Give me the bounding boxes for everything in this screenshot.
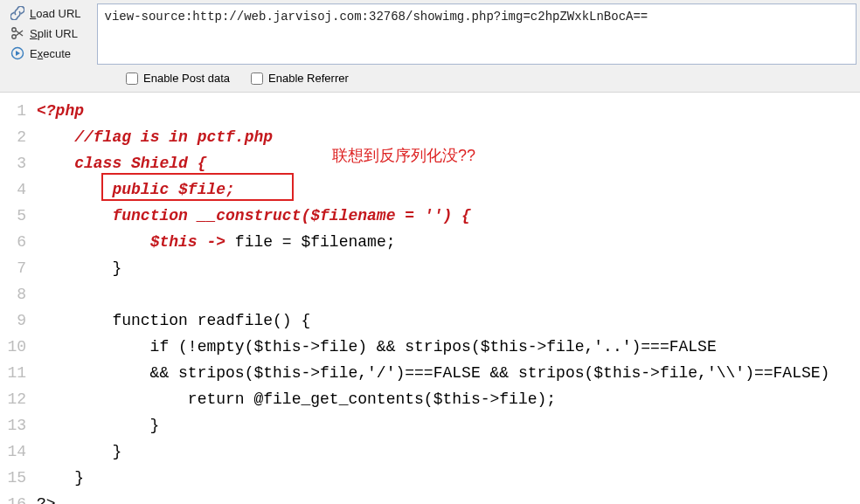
code-text[interactable]: public $file;	[37, 176, 235, 203]
referrer-checkbox-label: Enable Referrer	[268, 72, 349, 85]
line-number: 13	[0, 412, 37, 438]
line-number: 7	[0, 255, 37, 281]
post-checkbox-label: Enable Post data	[143, 72, 230, 85]
line-number: 16	[0, 491, 37, 504]
line-number: 14	[0, 438, 37, 465]
code-text[interactable]: }	[37, 465, 84, 491]
code-text[interactable]: if (!empty($this->file) && stripos($this…	[37, 334, 717, 360]
code-line: 14 }	[0, 438, 860, 465]
line-number: 12	[0, 386, 37, 412]
code-line: 8	[0, 281, 860, 307]
source-view[interactable]: 联想到反序列化没?? 1<?php2 //flag is in pctf.php…	[0, 93, 860, 504]
load-url-button[interactable]: Load URL	[5, 3, 87, 23]
referrer-checkbox-input[interactable]	[251, 72, 263, 85]
code-text[interactable]: //flag is in pctf.php	[37, 124, 273, 150]
line-number: 1	[0, 98, 37, 124]
line-number: 4	[0, 176, 37, 203]
line-number: 2	[0, 124, 37, 150]
svg-point-0	[12, 28, 16, 31]
code-line: 9 function readfile() {	[0, 307, 860, 334]
code-text[interactable]: }	[37, 412, 159, 438]
execute-label: Execute	[30, 47, 71, 60]
code-line: 4 public $file;	[0, 176, 860, 203]
code-text[interactable]: }	[37, 438, 121, 465]
line-number: 9	[0, 307, 37, 334]
split-url-label: Split URL	[30, 27, 78, 40]
code-text[interactable]: ?>	[37, 491, 56, 504]
code-line: 12 return @file_get_contents($this->file…	[0, 386, 860, 412]
split-url-button[interactable]: Split URL	[5, 24, 87, 43]
top-row: Load URL Split URL Execute view-source:h…	[3, 3, 857, 65]
line-number: 10	[0, 334, 37, 360]
code-line: 16?>	[0, 491, 860, 504]
line-number: 5	[0, 203, 37, 229]
code-text[interactable]: function __construct($filename = '') {	[37, 203, 471, 229]
code-text[interactable]: }	[37, 255, 121, 281]
line-number: 11	[0, 360, 37, 386]
options-row: Enable Post data Enable Referrer	[3, 65, 857, 85]
annotation-text: 联想到反序列化没??	[332, 145, 475, 166]
svg-point-1	[12, 35, 16, 38]
code-line: 5 function __construct($filename = '') {	[0, 203, 860, 229]
load-url-label: Load URL	[30, 7, 81, 20]
action-buttons: Load URL Split URL Execute	[3, 3, 92, 63]
code-line: 11 && stripos($this->file,'/')===FALSE &…	[0, 360, 860, 386]
url-input[interactable]: view-source:http://web.jarvisoj.com:3276…	[97, 3, 857, 65]
code-line: 6 $this -> file = $filename;	[0, 229, 860, 255]
code-line: 1<?php	[0, 98, 860, 124]
code-text[interactable]: return @file_get_contents($this->file);	[37, 386, 556, 412]
hackbar-panel: Load URL Split URL Execute view-source:h…	[0, 0, 860, 93]
code-text[interactable]: <?php	[37, 98, 84, 124]
line-number: 3	[0, 150, 37, 176]
code-text[interactable]: function readfile() {	[37, 307, 310, 334]
split-icon	[10, 26, 24, 40]
code-line: 10 if (!empty($this->file) && stripos($t…	[0, 334, 860, 360]
code-text[interactable]: class Shield {	[37, 150, 206, 176]
line-number: 8	[0, 281, 37, 307]
code-line: 15 }	[0, 465, 860, 491]
link-icon	[10, 6, 24, 20]
line-number: 15	[0, 465, 37, 491]
code-text[interactable]: $this -> file = $filename;	[37, 229, 395, 255]
enable-post-checkbox[interactable]: Enable Post data	[126, 72, 230, 85]
play-icon	[10, 46, 24, 60]
code-line: 7 }	[0, 255, 860, 281]
post-checkbox-input[interactable]	[126, 72, 138, 85]
code-line: 13 }	[0, 412, 860, 438]
code-text[interactable]: && stripos($this->file,'/')===FALSE && s…	[37, 360, 839, 386]
enable-referrer-checkbox[interactable]: Enable Referrer	[251, 72, 349, 85]
line-number: 6	[0, 229, 37, 255]
execute-button[interactable]: Execute	[5, 44, 87, 63]
